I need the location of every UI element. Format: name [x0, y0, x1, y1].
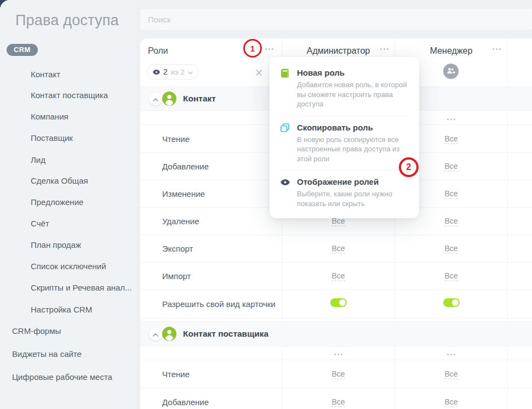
people-icon — [447, 66, 455, 76]
sidebar-item-site-widgets[interactable]: Виджеты на сайте — [12, 349, 82, 359]
sidebar-item-lead[interactable]: Лид — [31, 155, 45, 164]
app-window: Права доступа CRM Контакт Контакт постав… — [0, 0, 532, 409]
search-input[interactable] — [140, 9, 532, 30]
permission-label: Удаление — [162, 217, 199, 226]
sidebar-item-digital-workplaces[interactable]: Цифровые рабочие места — [12, 372, 112, 382]
collapse-section-button[interactable] — [149, 327, 162, 340]
permission-row: Импорт Все Все — [140, 262, 532, 290]
permission-value-manager[interactable]: Все — [444, 271, 457, 281]
permission-label: Чтение — [162, 369, 190, 378]
permission-label: Изменение — [162, 189, 205, 198]
permission-value-manager[interactable]: Все — [444, 134, 457, 144]
person-avatar-icon — [162, 327, 176, 341]
permission-value-admin[interactable]: Все — [331, 369, 345, 379]
sidebar-item-contact[interactable]: Контакт — [31, 70, 60, 79]
sidebar-item-quote[interactable]: Предложение — [31, 197, 83, 207]
menu-item-title: Скопировать роль — [297, 123, 408, 132]
menu-item-description: Добавится новая роль, в которой вы сможе… — [297, 80, 408, 109]
sidebar-item-sales-plan[interactable]: План продаж — [31, 240, 81, 249]
permission-row: Чтение Все Все — [140, 360, 532, 388]
chevron-down-icon — [188, 67, 193, 77]
permission-label: Чтение — [162, 134, 190, 143]
eye-icon — [281, 177, 290, 208]
sidebar-item-exclusion-list[interactable]: Список исключений — [31, 262, 106, 271]
roles-context-menu: Новая роль Добавится новая роль, в котор… — [270, 57, 419, 218]
permission-row: Разрешить свой вид карточки — [140, 289, 532, 319]
manager-avatar[interactable] — [443, 64, 459, 79]
permission-label: Разрешить свой вид карточки — [162, 299, 276, 309]
permission-label: Экспорт — [162, 244, 193, 253]
sidebar-item-scripts[interactable]: Скрипты и Речевая анал... — [31, 283, 132, 292]
roles-column-header: Роли — [148, 38, 168, 63]
menu-item-description: Выберите, какие роли нужно показать или … — [297, 189, 408, 208]
roles-filter-chip[interactable]: 2 из 2 — [147, 64, 199, 79]
copy-icon — [281, 123, 290, 164]
cell-actions-manager[interactable] — [395, 348, 507, 357]
manager-menu-button[interactable] — [493, 48, 501, 50]
permission-label: Импорт — [162, 271, 191, 281]
roles-menu-button[interactable] — [265, 48, 273, 50]
sidebar-item-deal[interactable]: Сделка Общая — [31, 176, 88, 185]
sidebar: Права доступа CRM Контакт Контакт постав… — [0, 0, 136, 409]
permission-value-manager[interactable]: Все — [444, 189, 457, 199]
cell-actions-admin[interactable] — [282, 348, 394, 357]
menu-item-role-visibility[interactable]: Отображение ролей Выберите, какие роли н… — [281, 170, 408, 215]
sidebar-item-crm-settings[interactable]: Настройка CRM — [31, 305, 92, 314]
annotation-step-2: 2 — [399, 157, 419, 177]
crm-group-badge: CRM — [7, 44, 38, 56]
chevron-up-icon — [153, 329, 158, 339]
permission-label: Добавление — [162, 397, 209, 406]
chevron-up-icon — [153, 94, 158, 104]
menu-item-title: Отображение ролей — [297, 177, 408, 186]
permission-value-admin[interactable]: Все — [331, 271, 345, 281]
page-title: Права доступа — [15, 12, 119, 29]
sidebar-item-crm-forms[interactable]: CRM-формы — [12, 326, 61, 336]
permission-value-admin[interactable]: Все — [331, 397, 345, 407]
permission-value-manager[interactable]: Все — [444, 217, 457, 226]
permission-value-manager[interactable]: Все — [444, 397, 457, 407]
menu-item-new-role[interactable]: Новая роль Добавится новая роль, в котор… — [281, 61, 408, 116]
eye-icon — [153, 67, 160, 77]
permission-value-admin[interactable]: Все — [331, 244, 345, 254]
clear-filter-icon[interactable] — [255, 69, 262, 78]
annotation-step-1: 1 — [243, 39, 262, 58]
new-role-book-icon — [281, 68, 290, 109]
menu-item-description: В новую роль скопируются все настроенные… — [297, 135, 408, 164]
sidebar-item-company[interactable]: Компания — [31, 112, 68, 121]
menu-item-copy-role[interactable]: Скопировать роль В новую роль скопируютс… — [281, 116, 408, 171]
permission-label: Добавление — [162, 162, 209, 171]
section-actions-row — [140, 345, 532, 360]
filter-count: 2 — [163, 67, 168, 76]
section-header-supplier-contact: Контакт поставщика — [140, 321, 532, 346]
permission-row: Экспорт Все Все — [140, 235, 532, 263]
card-view-toggle-manager[interactable] — [443, 298, 460, 307]
permission-row: Добавление Все Все — [140, 388, 532, 409]
collapse-section-button[interactable] — [149, 92, 162, 105]
administrator-menu-button[interactable] — [380, 48, 388, 50]
permission-value-manager[interactable]: Все — [444, 162, 457, 172]
person-avatar-icon — [162, 92, 176, 106]
card-view-toggle-admin[interactable] — [330, 298, 347, 307]
filter-of-label: из 2 — [171, 68, 185, 76]
sidebar-item-invoice[interactable]: Счёт — [31, 219, 49, 228]
sidebar-item-supplier-contact[interactable]: Контакт поставщика — [31, 90, 108, 100]
menu-item-title: Новая роль — [297, 68, 408, 77]
permission-value-manager[interactable]: Все — [444, 244, 457, 254]
section-title: Контакт поставщика — [183, 329, 268, 339]
sidebar-item-supplier[interactable]: Поставщик — [31, 133, 73, 143]
page-background: Права доступа CRM Контакт Контакт постав… — [0, 0, 532, 409]
permission-value-manager[interactable]: Все — [444, 369, 457, 379]
section-title: Контакт — [183, 94, 216, 104]
